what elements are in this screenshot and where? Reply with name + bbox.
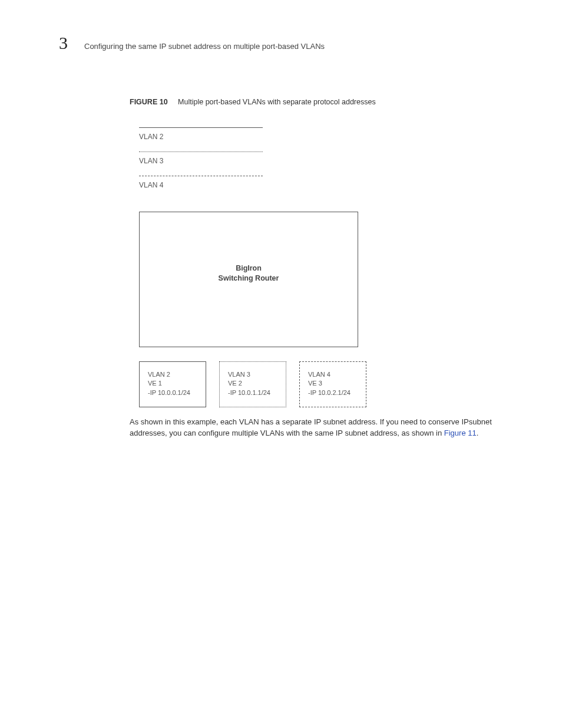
figure-link[interactable]: Figure 11 [444,429,477,437]
vlan-name: VLAN 3 [228,370,281,379]
page-content: 3 Configuring the same IP subnet address… [0,0,562,475]
paragraph-pre: As shown in this example, each VLAN has … [130,417,492,437]
vlan-ip: -IP 10.0.0.1/24 [148,388,201,397]
body-paragraph: As shown in this example, each VLAN has … [130,417,513,439]
vlan-name: VLAN 2 [148,370,201,379]
figure-caption: FIGURE 10 Multiple port-based VLANs with… [130,98,527,106]
chapter-number: 3 [59,33,68,53]
vlan-box-4: VLAN 4 VE 3 -IP 10.0.2.1/24 [299,361,366,407]
vlan-boxes: VLAN 2 VE 1 -IP 10.0.0.1/24 VLAN 3 VE 2 … [139,361,527,407]
legend-label-vlan4: VLAN 4 [139,181,263,189]
figure-label: FIGURE 10 [130,98,168,106]
page-header: 3 Configuring the same IP subnet address… [59,33,527,53]
vlan-ip: -IP 10.0.2.1/24 [308,388,361,397]
router-line2: Switching Router [219,274,279,282]
vlan-ip: -IP 10.0.1.1/24 [228,388,281,397]
router-box: BigIron Switching Router [139,212,358,347]
legend-label-vlan2: VLAN 2 [139,133,263,141]
vlan-ve: VE 3 [308,379,361,388]
figure-legend: VLAN 2 VLAN 3 VLAN 4 [139,127,263,189]
figure-caption-text: Multiple port-based VLANs with separate … [178,98,376,106]
router-line1: BigIron [236,264,262,272]
legend-line-dashdot [139,176,263,176]
vlan-ve: VE 1 [148,379,201,388]
legend-line-solid [139,127,263,128]
header-title: Configuring the same IP subnet address o… [84,42,325,51]
vlan-box-2: VLAN 2 VE 1 -IP 10.0.0.1/24 [139,361,206,407]
legend-line-dotted [139,151,263,152]
legend-label-vlan3: VLAN 3 [139,157,263,165]
vlan-name: VLAN 4 [308,370,361,379]
vlan-ve: VE 2 [228,379,281,388]
vlan-box-3: VLAN 3 VE 2 -IP 10.0.1.1/24 [219,361,286,407]
paragraph-post: . [477,429,479,437]
router-label: BigIron Switching Router [219,263,279,284]
